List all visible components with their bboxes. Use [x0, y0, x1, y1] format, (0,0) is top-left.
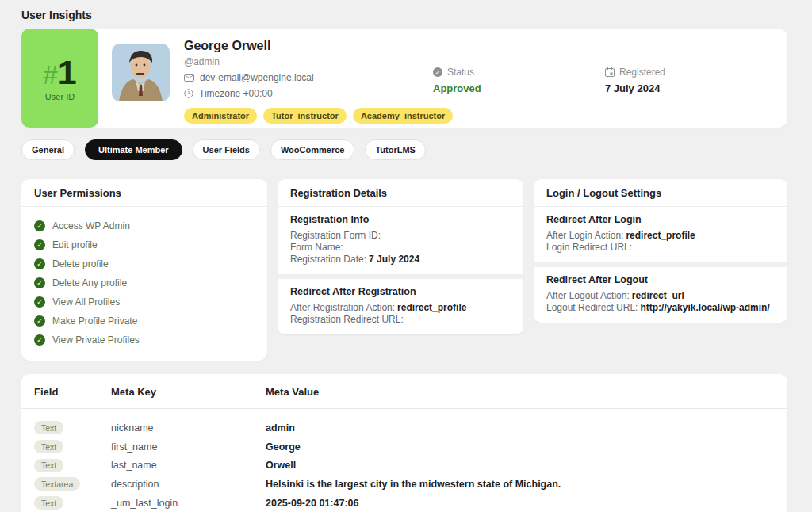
- user-id-box: #1 User ID: [21, 29, 98, 128]
- info-line: Registration Form ID:: [290, 230, 511, 242]
- status-check-icon: ✓: [433, 67, 442, 77]
- field-type-badge: Text: [34, 459, 63, 472]
- user-email-row: dev-email@wpengine.local: [184, 72, 433, 83]
- info-line: After Login Action:redirect_profile: [546, 230, 775, 242]
- meta-value: Orwell: [266, 460, 775, 471]
- status-label-row: ✓ Status: [433, 67, 605, 78]
- registered-block: Registered 7 July 2024: [605, 29, 787, 128]
- tab-tutorlms[interactable]: TutorLMS: [365, 139, 426, 160]
- table-row: Textarea description Helsinki is the lar…: [34, 475, 775, 494]
- field-type-badge: Text: [34, 496, 63, 510]
- user-timezone: Timezone +00:00: [199, 88, 273, 99]
- info-line: Login Redirect URL:: [546, 242, 775, 254]
- status-block: ✓ Status Approved: [433, 29, 605, 128]
- login-logout-settings-card: Login / Logout Settings Redirect After L…: [534, 179, 787, 323]
- redirect-after-registration-section: Redirect After Registration After Regist…: [278, 279, 523, 334]
- meta-key: first_name: [111, 441, 266, 453]
- user-info-block: George Orwell @admin dev-email@wpengine.…: [184, 29, 433, 128]
- user-permissions-card: User Permissions ✓ Access WP Admin ✓ Edi…: [21, 179, 267, 361]
- user-email: dev-email@wpengine.local: [200, 72, 314, 83]
- user-id-value: 1: [58, 55, 77, 90]
- status-value: Approved: [433, 82, 605, 94]
- tab-general[interactable]: General: [21, 139, 75, 160]
- table-row: Text _um_last_login 2025-09-20 01:47:06: [34, 494, 775, 512]
- column-header-meta-value: Meta Value: [266, 386, 775, 398]
- meta-value: George: [266, 441, 775, 453]
- info-line: Logout Redirect URL:http://yakyik.local/…: [546, 302, 775, 314]
- tab-bar: General Ultimate Member User Fields WooC…: [21, 139, 787, 160]
- user-name: George Orwell: [184, 39, 433, 53]
- line-label: Registration Redirect URL:: [290, 314, 404, 325]
- line-value: redirect_url: [632, 290, 684, 301]
- line-value: redirect_profile: [626, 230, 695, 241]
- permission-item: ✓ Make Profile Private: [34, 311, 255, 331]
- line-value: 7 July 2024: [369, 254, 419, 265]
- permission-label: Edit profile: [52, 239, 98, 250]
- line-label: After Login Action:: [546, 230, 623, 241]
- info-line: Registration Date:7 July 2024: [290, 254, 511, 266]
- table-row: Text nickname admin: [34, 418, 775, 437]
- permissions-list: ✓ Access WP Admin ✓ Edit profile ✓ Delet…: [21, 207, 267, 361]
- registration-sections: Registration Info Registration Form ID: …: [278, 207, 523, 334]
- role-badge: Administrator: [184, 108, 257, 124]
- permission-item: ✓ Delete Any profile: [34, 273, 255, 292]
- check-circle-icon: ✓: [34, 239, 45, 250]
- tab-ultimate-member[interactable]: Ultimate Member: [85, 139, 182, 160]
- info-line: Form Name:: [290, 242, 511, 254]
- permission-item: ✓ View All Profiles: [34, 292, 255, 311]
- info-line: After Logout Action:redirect_url: [546, 290, 775, 302]
- line-label: Form Name:: [290, 242, 343, 253]
- user-summary-card: #1 User ID George Orwell @admin: [21, 29, 787, 128]
- status-label: Status: [447, 67, 474, 78]
- registration-details-card: Registration Details Registration Info R…: [278, 179, 523, 334]
- user-insights-page: User Insights #1 User ID George Orwel: [21, 0, 787, 512]
- user-avatar: [112, 44, 170, 101]
- tab-user-fields[interactable]: User Fields: [193, 139, 260, 160]
- registered-label-row: Registered: [605, 67, 787, 78]
- settings-cards-row: User Permissions ✓ Access WP Admin ✓ Edi…: [21, 179, 787, 361]
- user-id-number: #1: [43, 55, 76, 90]
- user-id-hash: #: [43, 62, 57, 88]
- line-label: After Registration Action:: [290, 302, 395, 313]
- line-value: http://yakyik.local/wp-admin/: [640, 302, 769, 313]
- line-label: Registration Form ID:: [290, 230, 381, 241]
- meta-key: last_name: [111, 460, 266, 471]
- check-circle-icon: ✓: [34, 334, 45, 346]
- line-value: redirect_profile: [397, 302, 466, 313]
- line-label: Logout Redirect URL:: [546, 302, 638, 313]
- permission-item: ✓ Delete profile: [34, 254, 255, 273]
- permission-label: Delete profile: [52, 258, 109, 269]
- section-heading: Redirect After Login: [546, 214, 775, 225]
- check-circle-icon: ✓: [34, 220, 45, 231]
- envelope-icon: [184, 74, 194, 82]
- user-meta-table: Field Meta Key Meta Value Text nickname …: [21, 374, 787, 512]
- line-label: After Logout Action:: [546, 290, 630, 301]
- field-type-badge: Text: [34, 440, 63, 453]
- meta-value: admin: [266, 422, 775, 434]
- user-roles: Administrator Tutor_instructor Academy_i…: [184, 108, 433, 124]
- avatar-portrait-image: [112, 44, 170, 101]
- info-line: Registration Redirect URL:: [290, 314, 511, 326]
- check-circle-icon: ✓: [34, 315, 45, 327]
- user-handle: @admin: [184, 56, 433, 67]
- permission-label: Access WP Admin: [52, 220, 130, 231]
- check-circle-icon: ✓: [34, 258, 45, 269]
- column-header-meta-key: Meta Key: [111, 386, 266, 398]
- tab-woocommerce[interactable]: WooCommerce: [270, 139, 354, 160]
- role-badge: Tutor_instructor: [263, 108, 347, 124]
- login-logout-sections: Redirect After Login After Login Action:…: [534, 207, 787, 323]
- user-id-label: User ID: [45, 92, 75, 101]
- meta-value: 2025-09-20 01:47:06: [266, 498, 775, 509]
- info-line: After Registration Action:redirect_profi…: [290, 302, 511, 314]
- meta-value: Helsinki is the largest city in the midw…: [266, 479, 775, 490]
- permission-label: View Private Profiles: [52, 334, 140, 346]
- table-header: Field Meta Key Meta Value: [21, 374, 787, 409]
- table-row: Text first_name George: [34, 437, 775, 457]
- line-label: Login Redirect URL:: [546, 242, 632, 253]
- clock-icon: [184, 89, 193, 98]
- check-circle-icon: ✓: [34, 296, 45, 308]
- field-type-badge: Text: [34, 421, 63, 434]
- section-heading: Registration Info: [290, 214, 511, 225]
- registered-value: 7 July 2024: [605, 82, 787, 94]
- redirect-after-login-section: Redirect After Login After Login Action:…: [534, 207, 787, 262]
